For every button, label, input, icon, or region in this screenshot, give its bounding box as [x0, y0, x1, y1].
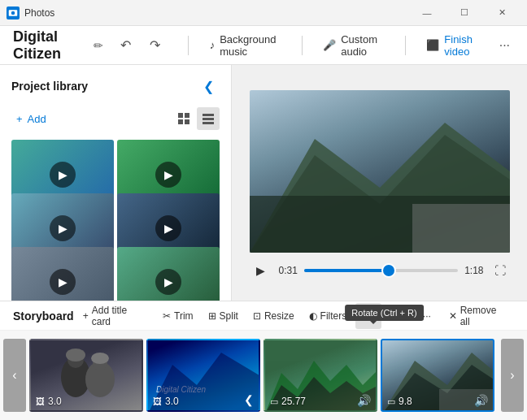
filters-button[interactable]: ◐ Filters — [303, 307, 353, 325]
titlebar: Photos — ☐ ✕ — [0, 0, 527, 26]
sidebar-title: Project library — [11, 80, 88, 93]
preview-play-button[interactable]: ▶ — [250, 259, 272, 282]
content-area: Project library ❮ + Add — [0, 65, 527, 301]
list-view-button[interactable] — [197, 107, 220, 130]
strip-duration: 25.77 — [281, 396, 306, 407]
play-overlay: ▶ — [155, 162, 181, 188]
rotate-icon: ↻ — [364, 308, 374, 323]
progress-bar[interactable] — [304, 269, 458, 272]
media-item[interactable]: ▶ — [117, 247, 220, 301]
maximize-button[interactable]: ☐ — [446, 0, 483, 26]
audio-icon: 🎤 — [323, 39, 336, 51]
play-overlay: ▶ — [50, 215, 76, 241]
audio-icon: 🔊 — [474, 394, 488, 407]
svg-rect-4 — [178, 119, 183, 124]
strip-nav-left[interactable]: ‹ — [3, 339, 26, 412]
minimize-button[interactable]: — — [408, 0, 446, 26]
svg-rect-7 — [203, 118, 214, 120]
trim-label: Trim — [174, 310, 194, 322]
strip-item[interactable]: 🖼 3.0 — [29, 339, 143, 412]
grid-view-button[interactable] — [172, 107, 195, 130]
play-overlay: ▶ — [50, 162, 76, 188]
storyboard-actions-row: Storyboard + Add title card ✂ Trim ⊞ Spl… — [0, 301, 527, 331]
add-icon: + — [16, 113, 23, 125]
trim-button[interactable]: ✂ Trim — [157, 307, 199, 325]
add-title-icon: + — [83, 310, 89, 322]
undo-redo-group: ↶ ↷ — [113, 32, 168, 58]
media-item[interactable]: ▶ — [11, 247, 114, 301]
storyboard-more-button[interactable]: ··· — [414, 303, 440, 329]
view-toggle-group — [172, 107, 220, 130]
strip-item[interactable]: Digital Citizen ❮ 🖼 3.0 — [146, 339, 260, 412]
finish-video-label: Finish video — [444, 33, 480, 58]
custom-audio-button[interactable]: 🎤 Custom audio — [315, 28, 391, 63]
resize-label: Resize — [264, 310, 294, 322]
redo-button[interactable]: ↷ — [142, 32, 168, 58]
strip-item-label: ▭ 25.77 — [270, 396, 306, 407]
undo-button[interactable]: ↶ — [113, 32, 139, 58]
toolbar-divider-3 — [405, 36, 406, 55]
strip-nav-right[interactable]: › — [501, 339, 524, 412]
progress-thumb — [383, 265, 394, 276]
media-grid: ▶ ▶ ▶ ▶ ▶ ▶ — [0, 136, 231, 301]
background-music-button[interactable]: ♪ Background music — [202, 28, 289, 63]
rotate-button[interactable]: ↻ — [355, 303, 381, 329]
close-button[interactable]: ✕ — [483, 0, 520, 26]
app-icon — [7, 6, 20, 19]
edit-title-button[interactable]: ✏ — [90, 34, 107, 57]
finish-icon: ⬛ — [426, 39, 439, 51]
toolbar-divider-2 — [302, 36, 303, 55]
project-library-sidebar: Project library ❮ + Add — [0, 65, 232, 301]
app-title: Photos — [24, 7, 408, 19]
total-time: 1:18 — [464, 265, 483, 276]
filters-icon: ◐ — [309, 310, 317, 322]
svg-rect-5 — [185, 119, 189, 124]
sidebar-collapse-button[interactable]: ❮ — [197, 75, 220, 97]
strip-item[interactable]: ▭ 9.8 🔊 — [381, 339, 494, 412]
svg-rect-12 — [412, 204, 510, 253]
strip-nav-arrow: ❮ — [244, 392, 254, 407]
svg-rect-8 — [203, 122, 214, 124]
project-title: Digital Citizen — [13, 28, 84, 63]
svg-rect-6 — [203, 114, 214, 116]
audio-icon: 🔊 — [357, 394, 371, 407]
add-label: Add — [28, 113, 46, 125]
play-overlay: ▶ — [155, 215, 181, 241]
remove-all-button[interactable]: ✕ Remove all — [443, 301, 514, 331]
fullscreen-button[interactable]: ⛶ — [490, 261, 510, 280]
toolbar-more-button[interactable]: ··· — [495, 32, 514, 58]
remove-icon: ✕ — [449, 310, 457, 322]
resize-icon: ⊡ — [253, 310, 261, 322]
sidebar-toolbar: + Add — [0, 104, 231, 136]
svg-point-1 — [11, 11, 15, 15]
strip-duration: 9.8 — [399, 396, 412, 407]
storyboard-section: Storyboard + Add title card ✂ Trim ⊞ Spl… — [0, 301, 527, 420]
music-icon: ♪ — [210, 39, 216, 51]
strip-item[interactable]: ▭ 25.77 🔊 — [264, 339, 377, 412]
custom-audio-label: Custom audio — [341, 33, 383, 58]
finish-video-button[interactable]: ⬛ Finish video — [418, 28, 488, 63]
storyboard-strip: ‹ 🖼 3.0 Di — [0, 331, 527, 420]
split-label: Split — [220, 310, 238, 322]
play-overlay: ▶ — [50, 269, 76, 295]
strip-item-label: 🖼 3.0 — [153, 396, 179, 407]
more-icon: ··· — [423, 310, 431, 322]
preview-controls: ▶ 0:31 1:18 ⛶ — [250, 259, 510, 282]
preview-area: ▶ 0:31 1:18 ⛶ — [232, 65, 527, 301]
split-button[interactable]: ⊞ Split — [203, 307, 244, 325]
image-icon: 🖼 — [153, 396, 162, 406]
storyboard-title: Storyboard — [13, 310, 74, 323]
delete-button[interactable]: 🗑 — [385, 303, 411, 329]
trim-icon: ✂ — [163, 310, 171, 322]
delete-icon: 🗑 — [393, 310, 403, 322]
svg-point-18 — [91, 353, 109, 364]
add-title-card-button[interactable]: + Add title card — [77, 301, 154, 331]
sidebar-header: Project library ❮ — [0, 65, 231, 104]
svg-point-17 — [66, 349, 85, 362]
video-icon: ▭ — [387, 396, 395, 407]
strip-duration: 3.0 — [165, 396, 179, 407]
resize-button[interactable]: ⊡ Resize — [247, 307, 300, 325]
add-media-button[interactable]: + Add — [11, 110, 51, 128]
remove-all-label: Remove all — [460, 305, 508, 327]
window-controls: — ☐ ✕ — [408, 0, 520, 26]
